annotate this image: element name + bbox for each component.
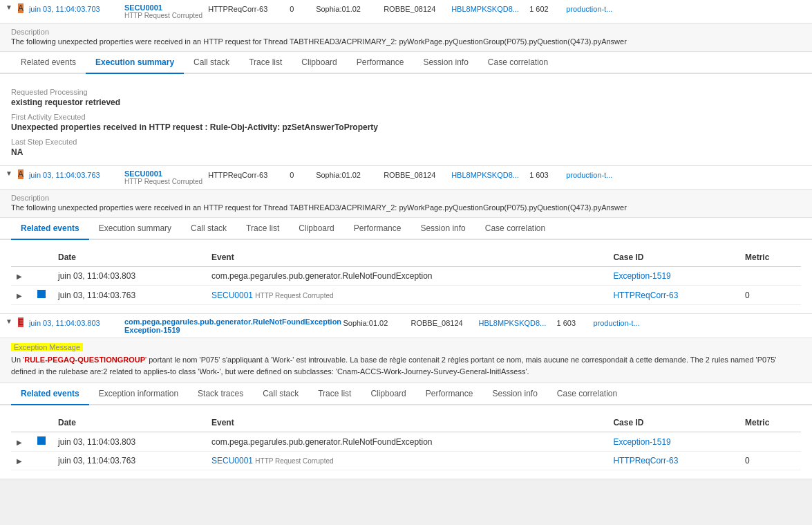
- event-id-3[interactable]: com.pega.pegarules.pub.generator.RuleNot…: [124, 317, 338, 334]
- bold-red-text: RULE-PEGAQ-QUESTIONGROUP: [24, 356, 145, 364]
- description-section-1: Description The following unexpected pro…: [0, 24, 812, 52]
- tab-related-events-2[interactable]: Related events: [11, 218, 89, 240]
- tab-execution-summary-1[interactable]: Execution summary: [86, 52, 184, 74]
- tab-trace-list-1[interactable]: Trace list: [239, 52, 292, 74]
- row-metric: 0: [739, 452, 801, 470]
- tab-exception-info-3[interactable]: Exception information: [89, 383, 188, 405]
- tab-execution-summary-2[interactable]: Execution summary: [89, 218, 181, 240]
- tab-call-stack-3[interactable]: Call stack: [253, 383, 308, 405]
- tab-clipboard-2[interactable]: Clipboard: [289, 218, 343, 240]
- tab-case-correlation-2[interactable]: Case correlation: [475, 218, 555, 240]
- related-events-panel-2: Date Event Case ID Metric ▶ juin 03, 11:…: [0, 240, 812, 314]
- table-row[interactable]: ▶ juin 03, 11:04:03.803 com.pega.pegarul…: [11, 267, 801, 286]
- description-text-1: The following unexpected properties were…: [11, 37, 801, 46]
- row-date: juin 03, 11:04:03.763: [53, 286, 206, 305]
- event-row-1[interactable]: ▼ A juin 03, 11:04:03.703 SECU0001 HTTP …: [0, 0, 812, 24]
- event-row-3[interactable]: ▼ E juin 03, 11:04:03.803 com.pega.pegar…: [0, 314, 812, 338]
- col-date-header-3: Date: [53, 414, 206, 432]
- event-sophia-2: Sophia:01.02: [316, 169, 378, 179]
- tab-session-info-2[interactable]: Session info: [410, 218, 475, 240]
- event-hbl-2[interactable]: HBL8MPKSKQD8...: [451, 169, 524, 179]
- row-metric: [739, 267, 801, 286]
- related-events-table-3: Date Event Case ID Metric ▶ juin 03, 11:…: [11, 414, 801, 470]
- col-expand-3: [11, 414, 32, 432]
- tab-trace-list-3[interactable]: Trace list: [308, 383, 361, 405]
- event-id-2[interactable]: SECU0001: [124, 169, 202, 178]
- exception-text-3: Un 'RULE-PEGAQ-QUESTIONGROUP' portant le…: [11, 354, 801, 377]
- event-prod-3[interactable]: production-t...: [593, 317, 806, 327]
- related-events-table-2: Date Event Case ID Metric ▶ juin 03, 11:…: [11, 248, 801, 305]
- tab-session-info-3[interactable]: Session info: [482, 383, 547, 405]
- event-sophia-3: Sophia:01.02: [343, 317, 405, 327]
- first-activity-label: First Activity Executed: [11, 113, 801, 121]
- row-date: juin 03, 11:04:03.803: [53, 267, 206, 286]
- row-event: com.pega.pegarules.pub.generator.RuleNot…: [206, 432, 607, 452]
- last-step-value: NA: [11, 147, 801, 157]
- event-id-block-2: SECU0001 HTTP Request Corrupted: [124, 169, 202, 185]
- event-corr-1[interactable]: HTTPReqCorr-63: [208, 3, 284, 13]
- chevron-icon-2[interactable]: ▼: [6, 169, 12, 177]
- row-chevron-icon[interactable]: ▶: [17, 457, 22, 465]
- row-caseid[interactable]: HTTPReqCorr-63: [607, 286, 739, 305]
- exception-msg-label: Exception Message: [11, 343, 83, 351]
- requested-processing-value: existing requestor retrieved: [11, 98, 801, 107]
- col-indicator-3: [32, 414, 53, 432]
- table-row[interactable]: ▶ juin 03, 11:04:03.763 SECU0001 HTTP Re…: [11, 286, 801, 305]
- event-id-1[interactable]: SECU0001: [124, 3, 202, 12]
- tab-session-info-1[interactable]: Session info: [413, 52, 478, 74]
- event-date-3: juin 03, 11:04:03.803: [29, 317, 119, 327]
- tab-performance-2[interactable]: Performance: [344, 218, 411, 240]
- event-prod-2[interactable]: production-t...: [566, 169, 806, 179]
- col-expand: [11, 248, 32, 267]
- requested-processing-label: Requested Processing: [11, 88, 801, 96]
- tab-case-correlation-1[interactable]: Case correlation: [478, 52, 558, 74]
- tab-call-stack-2[interactable]: Call stack: [181, 218, 236, 240]
- event-id-block-1: SECU0001 HTTP Request Corrupted: [124, 3, 202, 19]
- description-section-2: Description The following unexpected pro…: [0, 190, 812, 218]
- blue-square-icon: [37, 290, 46, 298]
- row-caseid[interactable]: HTTPReqCorr-63: [607, 452, 739, 470]
- row-chevron-icon[interactable]: ▶: [17, 273, 22, 280]
- tab-case-correlation-3[interactable]: Case correlation: [547, 383, 627, 405]
- tab-related-events-3[interactable]: Related events: [11, 383, 89, 405]
- col-metric-header-3: Metric: [739, 414, 801, 432]
- event-seq-3: 1 603: [556, 317, 587, 327]
- tab-clipboard-3[interactable]: Clipboard: [361, 383, 415, 405]
- exception-section-3: Exception Message Un 'RULE-PEGAQ-QUESTIO…: [0, 338, 812, 383]
- row-caseid[interactable]: Exception-1519: [607, 432, 739, 452]
- event-id-block-3: com.pega.pegarules.pub.generator.RuleNot…: [124, 317, 338, 334]
- tab-trace-list-2[interactable]: Trace list: [236, 218, 289, 240]
- col-metric-header-2: Metric: [739, 248, 801, 267]
- event-robbe-3: ROBBE_08124: [410, 317, 473, 327]
- row-caseid[interactable]: Exception-1519: [607, 267, 739, 286]
- event-section-2: ▼ A juin 03, 11:04:03.763 SECU0001 HTTP …: [0, 166, 812, 314]
- col-caseid-header-2: Case ID: [607, 248, 739, 267]
- event-date-1: juin 03, 11:04:03.703: [29, 3, 119, 13]
- tab-performance-3[interactable]: Performance: [416, 383, 483, 405]
- event-corr-2[interactable]: HTTPReqCorr-63: [208, 169, 284, 179]
- event-prod-1[interactable]: production-t...: [566, 3, 806, 13]
- avatar-3: E: [18, 317, 23, 327]
- row-chevron-icon[interactable]: ▶: [17, 292, 22, 300]
- event-sophia-1: Sophia:01.02: [316, 3, 378, 13]
- table-row[interactable]: ▶ juin 03, 11:04:03.803 com.pega.pegarul…: [11, 432, 801, 452]
- event-hbl-1[interactable]: HBL8MPKSKQD8...: [451, 3, 524, 13]
- event-hbl-3[interactable]: HBL8MPKSKQD8...: [478, 317, 551, 327]
- tab-stack-traces-3[interactable]: Stack traces: [188, 383, 253, 405]
- chevron-icon-3[interactable]: ▼: [6, 317, 12, 325]
- event-row-2[interactable]: ▼ A juin 03, 11:04:03.763 SECU0001 HTTP …: [0, 166, 812, 190]
- description-label-2: Description: [11, 194, 801, 202]
- col-indicator: [32, 248, 53, 267]
- tab-related-events-1[interactable]: Related events: [11, 52, 86, 74]
- tab-performance-1[interactable]: Performance: [347, 52, 414, 74]
- tab-clipboard-1[interactable]: Clipboard: [292, 52, 346, 74]
- tab-call-stack-1[interactable]: Call stack: [184, 52, 239, 74]
- event-section-3: ▼ E juin 03, 11:04:03.803 com.pega.pegar…: [0, 314, 812, 479]
- avatar-2: A: [18, 169, 23, 179]
- col-event-header-2: Event: [206, 248, 607, 267]
- last-step-label: Last Step Executed: [11, 138, 801, 146]
- row-chevron-icon[interactable]: ▶: [17, 439, 22, 446]
- event-seq-2: 1 603: [529, 169, 560, 179]
- table-row[interactable]: ▶ juin 03, 11:04:03.763 SECU0001 HTTP Re…: [11, 452, 801, 470]
- chevron-icon-1[interactable]: ▼: [6, 3, 12, 11]
